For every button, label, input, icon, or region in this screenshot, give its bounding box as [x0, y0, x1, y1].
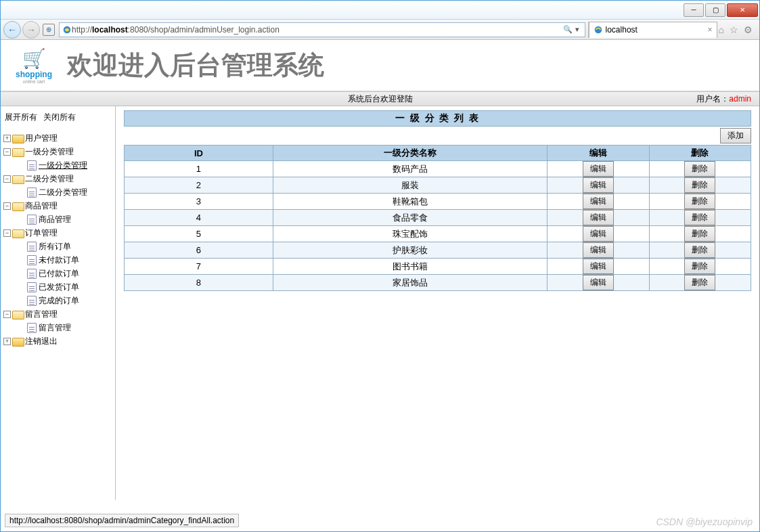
tree-expander-icon[interactable]: − — [3, 175, 11, 183]
tree-node[interactable]: 一级分类管理 — [25, 145, 74, 158]
close-button[interactable]: ✕ — [727, 3, 758, 17]
category-table: ID 一级分类名称 编辑 删除 1数码产品编辑删除2服装编辑删除3鞋靴箱包编辑删… — [124, 145, 751, 291]
page-title: 欢迎进入后台管理系统 — [67, 48, 324, 83]
edit-button[interactable]: 编辑 — [583, 275, 614, 290]
favorites-icon[interactable]: ☆ — [730, 24, 738, 35]
tree-leaf[interactable]: 已发货订单 — [39, 280, 79, 294]
delete-button[interactable]: 删除 — [684, 161, 715, 177]
search-dropdown-icon[interactable]: 🔍 ▾ — [560, 25, 581, 34]
minimize-button[interactable]: ─ — [684, 3, 704, 17]
tree-leaf[interactable]: 所有订单 — [39, 240, 71, 253]
tree-node[interactable]: 订单管理 — [25, 226, 58, 240]
add-button[interactable]: 添加 — [720, 128, 751, 143]
ie-icon — [62, 25, 72, 35]
cell-name: 护肤彩妆 — [273, 242, 547, 259]
delete-button[interactable]: 删除 — [684, 177, 715, 193]
document-icon — [27, 215, 37, 225]
address-bar[interactable]: http://localhost:8080/shop/admin/adminUs… — [59, 22, 585, 37]
cell-id: 1 — [125, 161, 273, 177]
content-area: 一 级 分 类 列 表 添加 ID 一级分类名称 编辑 删除 1数码产品编辑删除… — [116, 106, 759, 500]
tree-expander-icon[interactable]: − — [3, 202, 11, 210]
tree-expander-icon[interactable]: − — [3, 311, 11, 318]
folder-icon — [12, 148, 23, 156]
delete-button[interactable]: 删除 — [684, 226, 715, 242]
user-label: 用户名： — [696, 94, 729, 104]
tree-node[interactable]: 留言管理 — [25, 307, 58, 321]
tree-leaf[interactable]: 留言管理 — [39, 321, 71, 334]
page-header: 🛒 shopping online cart 欢迎进入后台管理系统 — [1, 40, 759, 91]
cell-name: 食品零食 — [273, 210, 547, 226]
tree-expander-icon[interactable]: + — [3, 338, 11, 345]
url-text: http://localhost:8080/shop/admin/adminUs… — [72, 25, 560, 35]
table-row: 3鞋靴箱包编辑删除 — [125, 194, 751, 210]
window-titlebar: ─ ▢ ✕ — [1, 1, 759, 20]
document-icon — [27, 242, 37, 252]
document-icon — [27, 269, 37, 279]
table-row: 5珠宝配饰编辑删除 — [125, 226, 751, 242]
folder-icon — [12, 310, 23, 319]
cell-id: 7 — [125, 259, 273, 275]
edit-button[interactable]: 编辑 — [583, 210, 614, 225]
table-row: 6护肤彩妆编辑删除 — [125, 242, 751, 259]
svg-point-1 — [594, 26, 602, 34]
edit-button[interactable]: 编辑 — [583, 161, 614, 177]
user-name: admin — [729, 94, 751, 104]
list-title: 一 级 分 类 列 表 — [124, 110, 751, 127]
tree-node[interactable]: 用户管理 — [25, 131, 58, 145]
tree-expander-icon[interactable]: + — [3, 135, 11, 142]
tree-leaf[interactable]: 一级分类管理 — [39, 158, 87, 172]
collapse-all-link[interactable]: 关闭所有 — [43, 112, 76, 122]
edit-button[interactable]: 编辑 — [583, 177, 614, 193]
welcome-text: 系统后台欢迎登陆 — [348, 93, 413, 105]
cell-name: 数码产品 — [273, 161, 547, 177]
tools-icon[interactable]: ⚙ — [744, 24, 753, 35]
cell-id: 5 — [125, 226, 273, 242]
delete-button[interactable]: 删除 — [684, 194, 715, 209]
document-icon — [27, 323, 37, 333]
tree-expander-icon[interactable]: − — [3, 229, 11, 237]
tree-leaf[interactable]: 二级分类管理 — [39, 185, 87, 199]
cell-name: 图书书籍 — [273, 259, 547, 275]
edit-button[interactable]: 编辑 — [583, 226, 614, 242]
th-delete: 删除 — [649, 146, 751, 161]
expand-all-link[interactable]: 展开所有 — [5, 112, 37, 122]
folder-icon — [12, 202, 23, 210]
cell-id: 2 — [125, 177, 273, 194]
delete-button[interactable]: 删除 — [684, 242, 715, 258]
compat-view-icon[interactable]: ⊕ — [43, 24, 55, 36]
delete-button[interactable]: 删除 — [684, 275, 715, 290]
tree-node[interactable]: 二级分类管理 — [25, 172, 74, 185]
edit-button[interactable]: 编辑 — [583, 259, 614, 274]
nav-tree: +用户管理−一级分类管理一级分类管理−二级分类管理二级分类管理−商品管理商品管理… — [2, 131, 114, 348]
tree-node[interactable]: 注销退出 — [25, 334, 58, 348]
tree-leaf[interactable]: 已付款订单 — [39, 267, 79, 280]
folder-icon — [12, 229, 23, 238]
document-icon — [27, 255, 37, 265]
tab-close-icon[interactable]: × — [708, 25, 713, 35]
tab-title: localhost — [606, 25, 638, 35]
tree-leaf[interactable]: 未付款订单 — [39, 253, 79, 267]
cell-id: 8 — [125, 275, 273, 291]
delete-button[interactable]: 删除 — [684, 210, 715, 225]
maximize-button[interactable]: ▢ — [705, 3, 725, 17]
table-row: 2服装编辑删除 — [125, 177, 751, 194]
forward-button[interactable]: → — [22, 21, 40, 39]
tree-leaf[interactable]: 完成的订单 — [39, 294, 79, 307]
table-row: 1数码产品编辑删除 — [125, 161, 751, 177]
delete-button[interactable]: 删除 — [684, 259, 715, 274]
browser-tab[interactable]: localhost × — [589, 22, 717, 38]
table-row: 4食品零食编辑删除 — [125, 210, 751, 226]
ie-icon — [594, 25, 603, 35]
cell-name: 鞋靴箱包 — [273, 194, 547, 210]
tree-node[interactable]: 商品管理 — [25, 199, 58, 213]
edit-button[interactable]: 编辑 — [583, 194, 614, 209]
th-name: 一级分类名称 — [273, 146, 547, 161]
tree-expander-icon[interactable]: − — [3, 148, 11, 156]
edit-button[interactable]: 编辑 — [583, 242, 614, 258]
document-icon — [27, 187, 37, 198]
browser-toolbar: ← → ⊕ http://localhost:8080/shop/admin/a… — [1, 20, 759, 40]
home-icon[interactable]: ⌂ — [719, 24, 724, 35]
back-button[interactable]: ← — [3, 21, 21, 39]
document-icon — [27, 282, 37, 292]
tree-leaf[interactable]: 商品管理 — [39, 213, 71, 226]
